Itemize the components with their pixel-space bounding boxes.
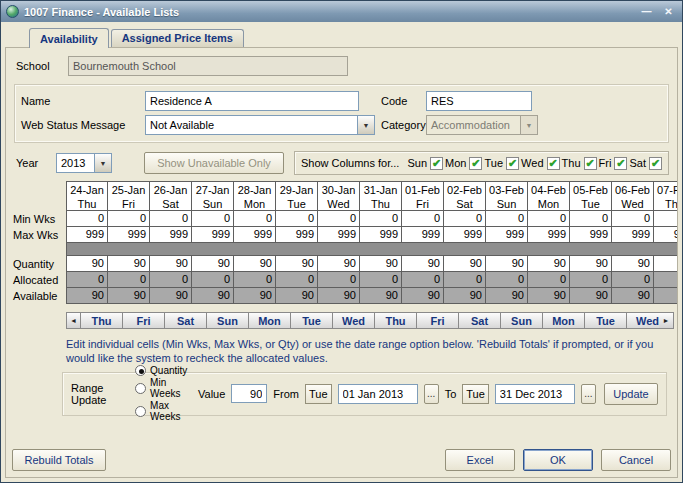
grid-cell[interactable]: 999 [528, 227, 570, 243]
grid-cell[interactable]: 0 [150, 211, 192, 227]
grid-cell[interactable]: 999 [402, 227, 444, 243]
grid-footer-day-sun[interactable]: Sun [207, 312, 249, 329]
name-field[interactable] [145, 91, 359, 111]
grid-cell[interactable]: 999 [192, 227, 234, 243]
grid-cell[interactable]: 90 [486, 256, 528, 272]
scroll-right-icon[interactable]: ► [659, 312, 674, 329]
grid-footer-day-thu[interactable]: Thu [375, 312, 417, 329]
day-filter-sat[interactable]: Sat✔ [629, 157, 662, 170]
grid-column-header-03-feb[interactable]: 03-FebSun [486, 181, 528, 211]
grid-column-header-07-feb[interactable]: 07-FebThu [654, 181, 678, 211]
grid-cell[interactable]: 0 [402, 211, 444, 227]
grid-cell[interactable]: 0 [612, 211, 654, 227]
day-checkbox-icon[interactable]: ✔ [614, 157, 627, 170]
grid-footer-day-mon[interactable]: Mon [249, 312, 291, 329]
grid-cell[interactable]: 0 [360, 211, 402, 227]
tab-assigned-price-items[interactable]: Assigned Price Items [111, 29, 244, 47]
to-date-picker-button[interactable]: ... [581, 384, 596, 404]
radio-icon[interactable] [135, 365, 146, 376]
grid-cell[interactable]: 999 [444, 227, 486, 243]
grid-footer-day-fri[interactable]: Fri [123, 312, 165, 329]
grid-cell[interactable]: 999 [66, 227, 108, 243]
day-filter-mon[interactable]: Mon✔ [445, 157, 482, 170]
day-checkbox-icon[interactable]: ✔ [649, 157, 662, 170]
range-option-min-weeks[interactable]: Min Weeks [135, 377, 190, 399]
show-unavailable-only-button[interactable]: Show Unavailable Only [144, 152, 284, 174]
grid-column-header-30-jan[interactable]: 30-JanWed [318, 181, 360, 211]
grid-footer-day-sun[interactable]: Sun [501, 312, 543, 329]
grid-cell[interactable]: 0 [276, 211, 318, 227]
grid-column-header-28-jan[interactable]: 28-JanMon [234, 181, 276, 211]
cancel-button[interactable]: Cancel [601, 449, 671, 471]
web-status-dropdown[interactable]: Not Available ▼ [145, 115, 375, 135]
grid-cell[interactable]: 90 [234, 256, 276, 272]
grid-cell[interactable]: 999 [108, 227, 150, 243]
grid-cell[interactable]: 90 [276, 256, 318, 272]
grid-cell[interactable]: 999 [612, 227, 654, 243]
grid-column-header-02-feb[interactable]: 02-FebSat [444, 181, 486, 211]
grid-cell[interactable]: 999 [276, 227, 318, 243]
day-checkbox-icon[interactable]: ✔ [584, 157, 597, 170]
grid-cell[interactable]: 90 [360, 256, 402, 272]
day-checkbox-icon[interactable]: ✔ [430, 157, 443, 170]
grid-footer-day-sat[interactable]: Sat [165, 312, 207, 329]
grid-cell[interactable]: 0 [66, 211, 108, 227]
day-filter-thu[interactable]: Thu✔ [562, 157, 597, 170]
grid-column-header-24-jan[interactable]: 24-JanThu [66, 181, 108, 211]
grid-cell[interactable]: 90 [108, 256, 150, 272]
grid-column-header-05-feb[interactable]: 05-FebTue [570, 181, 612, 211]
grid-cell[interactable]: 0 [486, 211, 528, 227]
tab-availability[interactable]: Availability [29, 28, 109, 48]
grid-column-header-25-jan[interactable]: 25-JanFri [108, 181, 150, 211]
close-icon[interactable]: ✕ [660, 4, 677, 19]
day-filter-tue[interactable]: Tue✔ [485, 157, 520, 170]
day-filter-sun[interactable]: Sun✔ [407, 157, 443, 170]
grid-footer-day-sat[interactable]: Sat [459, 312, 501, 329]
grid-footer-day-wed[interactable]: Wed [627, 312, 659, 329]
grid-cell[interactable]: 90 [654, 256, 678, 272]
grid-cell[interactable]: 999 [234, 227, 276, 243]
grid-cell[interactable]: 90 [444, 256, 486, 272]
grid-cell[interactable]: 999 [654, 227, 678, 243]
grid-cell[interactable]: 90 [402, 256, 444, 272]
grid-cell[interactable]: 0 [108, 211, 150, 227]
grid-cell[interactable]: 0 [318, 211, 360, 227]
grid-column-header-26-jan[interactable]: 26-JanSat [150, 181, 192, 211]
grid-footer-day-fri[interactable]: Fri [417, 312, 459, 329]
rebuild-totals-button[interactable]: Rebuild Totals [12, 449, 106, 471]
grid-column-header-29-jan[interactable]: 29-JanTue [276, 181, 318, 211]
day-checkbox-icon[interactable]: ✔ [506, 157, 519, 170]
grid-cell[interactable]: 999 [360, 227, 402, 243]
grid-footer-day-wed[interactable]: Wed [333, 312, 375, 329]
radio-icon[interactable] [135, 383, 146, 394]
excel-button[interactable]: Excel [445, 449, 515, 471]
grid-column-header-27-jan[interactable]: 27-JanSun [192, 181, 234, 211]
minimize-icon[interactable]: — [638, 4, 655, 19]
value-field[interactable] [231, 384, 267, 403]
update-button[interactable]: Update [604, 383, 658, 405]
day-checkbox-icon[interactable]: ✔ [469, 157, 482, 170]
range-option-quantity[interactable]: Quantity [135, 365, 190, 376]
titlebar[interactable]: 1007 Finance - Available Lists — ✕ [1, 1, 682, 22]
grid-cell[interactable]: 90 [150, 256, 192, 272]
grid-cell[interactable]: 0 [444, 211, 486, 227]
grid-cell[interactable]: 0 [654, 211, 678, 227]
grid-footer-day-mon[interactable]: Mon [543, 312, 585, 329]
grid-cell[interactable]: 90 [528, 256, 570, 272]
chevron-down-icon[interactable]: ▼ [94, 154, 111, 172]
to-date-field[interactable] [495, 384, 575, 404]
grid-column-header-01-feb[interactable]: 01-FebFri [402, 181, 444, 211]
grid-column-header-31-jan[interactable]: 31-JanThu [360, 181, 402, 211]
grid-cell[interactable]: 999 [318, 227, 360, 243]
ok-button[interactable]: OK [523, 449, 593, 471]
grid-cell[interactable]: 999 [150, 227, 192, 243]
code-field[interactable] [426, 91, 532, 111]
grid-cell[interactable]: 0 [234, 211, 276, 227]
grid-cell[interactable]: 90 [612, 256, 654, 272]
grid-cell[interactable]: 90 [570, 256, 612, 272]
day-filter-fri[interactable]: Fri✔ [599, 157, 628, 170]
day-filter-wed[interactable]: Wed✔ [521, 157, 559, 170]
from-date-field[interactable] [338, 384, 418, 404]
chevron-down-icon[interactable]: ▼ [357, 116, 374, 134]
range-option-max-weeks[interactable]: Max Weeks [135, 400, 190, 422]
